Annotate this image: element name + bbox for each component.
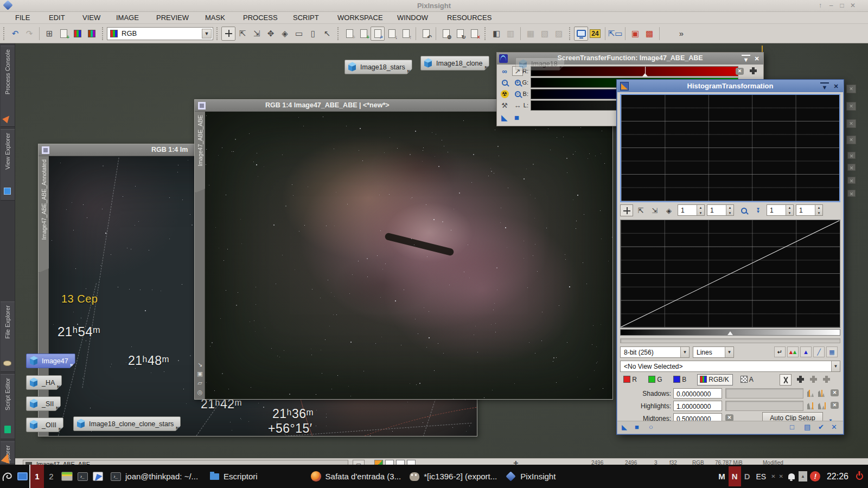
new-view-button[interactable]: ▭ [353, 460, 365, 465]
taskbar-item-terminal[interactable]: ›_ joan@thinkpad: ~/... [111, 472, 198, 481]
app-titlebar[interactable]: PixInsight ↑ – □ ✕ [0, 0, 868, 12]
hidden-panel-close-icon[interactable]: ✕ [846, 102, 856, 111]
duplicate-image-button[interactable] [71, 27, 85, 41]
current-view-tab[interactable]: Image47_ABE_ABE [23, 460, 348, 465]
window-close-icon[interactable]: ✕ [848, 1, 858, 10]
dropdown-arrow-icon[interactable]: ▼ [202, 29, 212, 38]
hidden-panel-close-icon[interactable]: ✕ [847, 164, 856, 171]
iconized-window-sii[interactable]: _SII N [26, 396, 61, 411]
ht-horizontal-zoom-spinbox[interactable]: 1▲▼ [678, 204, 705, 216]
process-explorer-button[interactable]: ⌕ [371, 27, 385, 41]
ht-track-view-icon[interactable]: ◣ [622, 423, 627, 431]
clock[interactable]: 22:26 [824, 472, 852, 481]
close-window-button[interactable]: ▣ [628, 27, 642, 41]
ht-shadows-slider[interactable] [725, 388, 803, 399]
ht-highlights-slider[interactable] [725, 401, 803, 411]
window-selection-icon[interactable] [198, 102, 206, 110]
toolbar-drag-handle[interactable] [337, 27, 340, 40]
ht-zoom-mode-icon[interactable] [737, 204, 750, 216]
mask-invert-button[interactable]: ▦ [524, 27, 538, 41]
menu-image[interactable]: IMAGE [116, 14, 139, 22]
ht-output-hzoom-spinbox[interactable]: 1▲▼ [767, 204, 794, 216]
menu-script[interactable]: SCRIPT [293, 14, 319, 22]
menu-window[interactable]: WINDOW [397, 14, 428, 22]
ht-plot-style-select[interactable]: Lines▼ [693, 346, 734, 358]
stf-iconize-icon[interactable]: ▼ [742, 55, 750, 62]
ht-resolution-select[interactable]: 8-bit (256)▼ [620, 346, 690, 358]
ht-clip-dark-icon[interactable] [797, 376, 804, 383]
image-identifier-button[interactable]: ⊞ [42, 27, 56, 41]
ht-raw-histogram-icon[interactable] [780, 374, 792, 386]
hidden-panel-close-icon[interactable]: ✕ [846, 136, 856, 144]
iconized-window-image18[interactable]: Image18 N [515, 57, 565, 70]
file-manager-launcher-icon[interactable] [59, 472, 75, 481]
iconized-window-oiii[interactable]: _OIII N [26, 418, 63, 432]
iconized-window-image47[interactable]: Image47 N [26, 354, 75, 368]
hidden-panel-close-icon[interactable]: ✕ [846, 85, 856, 93]
undo-button[interactable]: ↶ [8, 27, 22, 41]
shadows-reset-icon[interactable]: ✕ [831, 389, 839, 396]
ht-new-process-icon[interactable]: ▤ [804, 423, 810, 431]
menu-mask[interactable]: MASK [205, 14, 225, 22]
stf-reset-button-icon[interactable]: ■ [514, 113, 519, 122]
readout-mode-button[interactable]: ↖ [320, 27, 334, 41]
sidebar-tab-view-explorer[interactable]: View Explorer [1, 129, 15, 201]
iconize-all-button[interactable]: ⇱▭ [608, 27, 622, 41]
workspace-1-button[interactable]: 1 [29, 465, 44, 488]
process-add-button[interactable]: + [342, 27, 356, 41]
ht-titlebar[interactable]: HistogramTransformation ▼ ✕ [617, 80, 843, 92]
tray-indicator-d[interactable]: D [742, 472, 752, 481]
workspace-swatch-4[interactable] [407, 460, 416, 465]
close-all-windows-button[interactable]: ▩ [642, 27, 656, 41]
ht-show-grid-icon[interactable]: ▦ [826, 346, 838, 357]
toolbar-drag-handle[interactable] [484, 27, 487, 40]
zoom-to-fit-button[interactable]: ⇱ [235, 27, 250, 41]
highlights-clip-icon[interactable] [807, 401, 815, 410]
iconized-window-image18-clone-clone-stars[interactable]: Image18_clone_clone_stars N [73, 416, 181, 431]
window-strip-tools[interactable]: ↘ ▣ ▱ ◎ [195, 360, 205, 397]
edit-preview-mode-button[interactable]: ▯ [306, 27, 320, 41]
highlights-clip-icon[interactable] [818, 401, 826, 410]
ht-vertical-zoom-spinbox[interactable]: 1▲▼ [707, 204, 734, 216]
ht-zoom-fit-icon[interactable]: ⇱ [634, 204, 647, 216]
process-import-button[interactable]: ↓ [385, 27, 399, 41]
window-shade-icon[interactable]: ↑ [815, 1, 825, 10]
menu-view[interactable]: VIEW [82, 14, 100, 22]
ht-channel-b[interactable]: B [673, 376, 686, 383]
menu-process[interactable]: PROCESS [243, 14, 278, 22]
display-channel-selector[interactable]: RGB ▼ [107, 27, 213, 40]
edit-stf-icon[interactable]: ⚒ [499, 100, 510, 110]
ht-apply-icon[interactable]: ✔ [818, 423, 824, 431]
power-icon[interactable] [853, 473, 866, 480]
editor-launcher-icon[interactable] [90, 472, 105, 481]
sidebar-tab-file-explorer[interactable]: File Explorer [1, 301, 15, 372]
ht-close-icon[interactable]: ✕ [832, 82, 840, 90]
ht-new-instance-icon[interactable]: □ [790, 423, 794, 431]
iconized-window-image18-stars[interactable]: Image18_stars N [344, 60, 412, 74]
toolbar-drag-handle[interactable] [569, 27, 572, 40]
sidebar-tab-script-editor[interactable]: Script Editor [1, 374, 15, 439]
zoom-11-icon[interactable]: · [499, 78, 510, 87]
taskbar-item-pixinsight[interactable]: PixInsight [506, 472, 556, 481]
keyboard-layout-indicator[interactable]: ES [753, 472, 769, 481]
ht-realtime-preview-icon[interactable]: ○ [649, 423, 653, 431]
toolbar-drag-handle[interactable] [102, 27, 105, 40]
hidden-panel-close-icon[interactable]: ✕ [846, 119, 856, 128]
main-window-side-tab[interactable]: Image47_ABE_ABE [195, 112, 205, 193]
window-minimize-icon[interactable]: – [826, 1, 836, 10]
menu-workspace[interactable]: WORKSPACE [337, 14, 383, 22]
shadows-clip-icon[interactable] [818, 389, 826, 397]
ht-overlay-histogram-icon[interactable]: ▲ [800, 346, 812, 357]
ht-highlights-input[interactable] [673, 401, 722, 411]
sidebar-tab-process-console[interactable]: Process Console [1, 46, 15, 127]
zoom-to-optimal-button[interactable]: ⇲ [250, 27, 264, 41]
menu-resources[interactable]: RESOURCES [447, 14, 492, 22]
tray-cursor-icon[interactable]: ✕ [770, 473, 776, 479]
ht-show-curve-icon[interactable]: ╱ [813, 346, 825, 357]
workspace-swatch-1[interactable] [374, 460, 383, 465]
image-window-main[interactable]: RGB 1:4 Image47_ABE_ABE | <*new*> Image4… [194, 99, 613, 400]
mask-remove-button[interactable]: ▥ [503, 27, 518, 41]
select-corner-icon[interactable]: ↘ [197, 361, 202, 368]
process-export-button[interactable]: ↑ [399, 27, 413, 41]
iconized-window-ha[interactable]: _HA N [26, 375, 62, 390]
